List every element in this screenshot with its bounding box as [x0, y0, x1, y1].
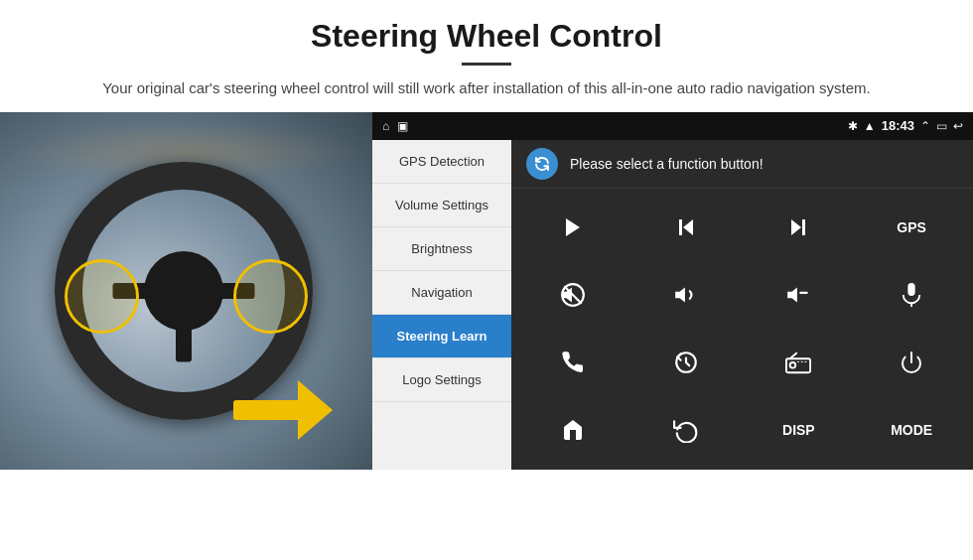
gps-label: GPS [897, 219, 926, 235]
menu-item-gps[interactable]: GPS Detection [372, 140, 511, 184]
home-icon [561, 418, 585, 442]
menu-item-logo[interactable]: Logo Settings [372, 358, 511, 402]
svg-rect-2 [679, 219, 682, 235]
svg-marker-3 [791, 219, 801, 235]
head-unit: ⌂ ▣ ✱ ▲ 18:43 ⌃ ▭ ↩ GPS Detection Volume… [372, 112, 973, 470]
page-header: Steering Wheel Control Your original car… [0, 0, 973, 112]
volume-down-icon [785, 282, 811, 308]
back-icon [673, 417, 699, 443]
home-status-icon: ⌂ [382, 119, 389, 133]
arrow-body [233, 400, 303, 420]
status-bar: ⌂ ▣ ✱ ▲ 18:43 ⌃ ▭ ↩ [372, 112, 973, 140]
disp-label: DISP [782, 422, 815, 438]
mode-label: MODE [891, 422, 932, 438]
play-icon [561, 215, 585, 239]
page-subtitle: Your original car's steering wheel contr… [99, 77, 874, 100]
menu-item-steering-learn[interactable]: Steering Learn [372, 315, 511, 358]
refresh-svg [533, 155, 551, 173]
svg-marker-8 [788, 287, 798, 302]
menu-item-navigation[interactable]: Navigation [372, 271, 511, 315]
wheel-center [144, 251, 223, 331]
play-button[interactable] [519, 197, 626, 258]
disp-button[interactable]: DISP [746, 399, 853, 461]
svg-marker-1 [683, 219, 693, 235]
svg-marker-7 [675, 287, 685, 302]
svg-marker-0 [566, 218, 580, 236]
left-button-cluster-highlight [65, 259, 139, 334]
skip-back-button[interactable] [632, 197, 740, 258]
window-icon: ▭ [936, 119, 947, 133]
image-status-icon: ▣ [397, 119, 408, 133]
volume-up-button[interactable] [632, 264, 740, 326]
signal-icon: ▲ [864, 119, 876, 133]
radio-icon [785, 350, 811, 374]
menu-item-volume[interactable]: Volume Settings [372, 184, 511, 227]
mic-icon [901, 282, 922, 308]
svg-rect-10 [907, 283, 914, 296]
back-button[interactable] [632, 399, 740, 461]
direction-arrow [233, 380, 333, 440]
arrow-head [298, 380, 333, 440]
function-panel: Please select a function button! GPS [511, 140, 973, 470]
phone-button[interactable] [519, 332, 626, 393]
function-header: Please select a function button! [511, 140, 973, 189]
bluetooth-icon: ✱ [848, 119, 858, 133]
title-divider [462, 63, 511, 66]
back-nav-icon: ↩ [953, 119, 963, 133]
content-area: ⌂ ▣ ✱ ▲ 18:43 ⌃ ▭ ↩ GPS Detection Volume… [0, 112, 973, 470]
svg-rect-4 [802, 219, 805, 235]
refresh-icon[interactable] [526, 148, 558, 180]
function-grid: GPS [511, 189, 973, 470]
mic-button[interactable] [858, 264, 965, 326]
rotate-icon [673, 350, 699, 375]
expand-icon: ⌃ [920, 119, 930, 133]
skip-back-icon [674, 215, 698, 239]
power-button[interactable] [858, 332, 965, 393]
volume-up-icon [673, 282, 699, 308]
rotate-button[interactable] [632, 332, 740, 393]
menu-item-brightness[interactable]: Brightness [372, 227, 511, 271]
volume-down-button[interactable] [746, 264, 853, 326]
radio-button[interactable] [746, 332, 853, 393]
menu-list: GPS Detection Volume Settings Brightness… [372, 140, 511, 470]
phone-icon [561, 350, 585, 374]
skip-forward-button[interactable] [746, 197, 853, 258]
mute-button[interactable] [519, 264, 626, 326]
status-time: 18:43 [882, 118, 914, 133]
steering-wheel-image [0, 112, 372, 470]
status-left-icons: ⌂ ▣ [382, 119, 408, 133]
page-title: Steering Wheel Control [40, 18, 933, 55]
main-panel: GPS Detection Volume Settings Brightness… [372, 140, 973, 470]
function-header-text: Please select a function button! [570, 156, 764, 172]
mode-button[interactable]: MODE [858, 399, 965, 461]
skip-forward-icon [786, 215, 810, 239]
mute-icon [560, 282, 586, 308]
status-right-area: ✱ ▲ 18:43 ⌃ ▭ ↩ [848, 118, 963, 133]
gps-button[interactable]: GPS [858, 197, 965, 258]
home-button[interactable] [519, 399, 626, 461]
right-button-cluster-highlight [233, 259, 308, 334]
svg-point-14 [790, 362, 796, 368]
power-icon [900, 350, 923, 374]
